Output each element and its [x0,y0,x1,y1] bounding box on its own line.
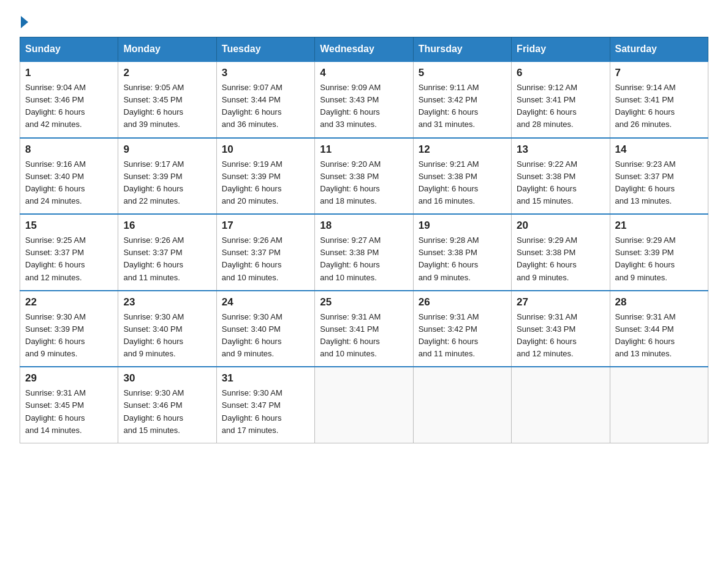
day-number: 1 [25,67,113,79]
calendar-cell: 31 Sunrise: 9:30 AMSunset: 3:47 PMDaylig… [216,367,314,443]
day-number: 14 [615,144,703,156]
day-info: Sunrise: 9:31 AMSunset: 3:41 PMDaylight:… [320,312,381,358]
day-info: Sunrise: 9:21 AMSunset: 3:38 PMDaylight:… [419,159,479,205]
calendar-cell: 30 Sunrise: 9:30 AMSunset: 3:46 PMDaylig… [118,367,216,443]
day-info: Sunrise: 9:30 AMSunset: 3:40 PMDaylight:… [222,312,282,358]
day-info: Sunrise: 9:31 AMSunset: 3:45 PMDaylight:… [25,388,86,434]
day-number: 13 [517,144,604,156]
day-number: 4 [320,67,408,79]
week-row-4: 22 Sunrise: 9:30 AMSunset: 3:39 PMDaylig… [20,291,708,367]
calendar-cell: 5 Sunrise: 9:11 AMSunset: 3:42 PMDayligh… [413,61,511,138]
day-info: Sunrise: 9:30 AMSunset: 3:40 PMDaylight:… [123,312,184,358]
header-wednesday: Wednesday [315,37,413,62]
day-number: 20 [517,220,604,232]
calendar-cell: 13 Sunrise: 9:22 AMSunset: 3:38 PMDaylig… [512,138,610,215]
calendar-cell: 21 Sunrise: 9:29 AMSunset: 3:39 PMDaylig… [610,214,708,291]
calendar-cell: 24 Sunrise: 9:30 AMSunset: 3:40 PMDaylig… [216,291,314,367]
day-number: 16 [123,220,211,232]
day-info: Sunrise: 9:12 AMSunset: 3:41 PMDaylight:… [517,83,577,129]
day-info: Sunrise: 9:22 AMSunset: 3:38 PMDaylight:… [517,159,577,205]
day-info: Sunrise: 9:29 AMSunset: 3:38 PMDaylight:… [517,236,577,282]
header-sunday: Sunday [20,37,118,62]
calendar-cell [512,367,610,443]
day-number: 18 [320,220,408,232]
day-info: Sunrise: 9:05 AMSunset: 3:45 PMDaylight:… [123,83,184,129]
day-info: Sunrise: 9:30 AMSunset: 3:47 PMDaylight:… [222,388,282,434]
day-number: 22 [25,296,113,308]
calendar-cell: 11 Sunrise: 9:20 AMSunset: 3:38 PMDaylig… [315,138,413,215]
calendar-cell: 4 Sunrise: 9:09 AMSunset: 3:43 PMDayligh… [315,61,413,138]
page-header [20,15,708,26]
day-number: 2 [123,67,211,79]
calendar-cell: 12 Sunrise: 9:21 AMSunset: 3:38 PMDaylig… [413,138,511,215]
calendar-cell: 23 Sunrise: 9:30 AMSunset: 3:40 PMDaylig… [118,291,216,367]
day-info: Sunrise: 9:07 AMSunset: 3:44 PMDaylight:… [222,83,282,129]
calendar-cell: 1 Sunrise: 9:04 AMSunset: 3:46 PMDayligh… [20,61,118,138]
day-info: Sunrise: 9:29 AMSunset: 3:39 PMDaylight:… [615,236,676,282]
day-number: 19 [419,220,506,232]
calendar-cell: 14 Sunrise: 9:23 AMSunset: 3:37 PMDaylig… [610,138,708,215]
calendar-cell: 29 Sunrise: 9:31 AMSunset: 3:45 PMDaylig… [20,367,118,443]
day-number: 17 [222,220,309,232]
calendar-cell: 15 Sunrise: 9:25 AMSunset: 3:37 PMDaylig… [20,214,118,291]
day-number: 9 [123,144,211,156]
calendar-cell: 28 Sunrise: 9:31 AMSunset: 3:44 PMDaylig… [610,291,708,367]
logo [20,15,28,26]
day-number: 8 [25,144,113,156]
day-number: 10 [222,144,309,156]
day-number: 24 [222,296,309,308]
calendar-cell: 19 Sunrise: 9:28 AMSunset: 3:38 PMDaylig… [413,214,511,291]
day-number: 11 [320,144,408,156]
day-info: Sunrise: 9:14 AMSunset: 3:41 PMDaylight:… [615,83,676,129]
day-number: 12 [419,144,506,156]
day-number: 27 [517,296,604,308]
day-number: 26 [419,296,506,308]
week-row-3: 15 Sunrise: 9:25 AMSunset: 3:37 PMDaylig… [20,214,708,291]
day-info: Sunrise: 9:31 AMSunset: 3:44 PMDaylight:… [615,312,676,358]
day-number: 15 [25,220,113,232]
day-info: Sunrise: 9:28 AMSunset: 3:38 PMDaylight:… [419,236,479,282]
calendar-cell [315,367,413,443]
day-number: 30 [123,372,211,385]
header-tuesday: Tuesday [216,37,314,62]
calendar-cell [413,367,511,443]
calendar-header-row: SundayMondayTuesdayWednesdayThursdayFrid… [20,37,708,62]
day-info: Sunrise: 9:25 AMSunset: 3:37 PMDaylight:… [25,236,86,282]
day-info: Sunrise: 9:23 AMSunset: 3:37 PMDaylight:… [615,159,676,205]
day-info: Sunrise: 9:30 AMSunset: 3:46 PMDaylight:… [123,388,184,434]
day-number: 23 [123,296,211,308]
header-saturday: Saturday [610,37,708,62]
calendar-cell: 7 Sunrise: 9:14 AMSunset: 3:41 PMDayligh… [610,61,708,138]
calendar-cell: 16 Sunrise: 9:26 AMSunset: 3:37 PMDaylig… [118,214,216,291]
calendar-cell: 18 Sunrise: 9:27 AMSunset: 3:38 PMDaylig… [315,214,413,291]
calendar-cell: 10 Sunrise: 9:19 AMSunset: 3:39 PMDaylig… [216,138,314,215]
day-number: 25 [320,296,408,308]
calendar-cell: 20 Sunrise: 9:29 AMSunset: 3:38 PMDaylig… [512,214,610,291]
day-number: 21 [615,220,703,232]
day-info: Sunrise: 9:19 AMSunset: 3:39 PMDaylight:… [222,159,282,205]
header-thursday: Thursday [413,37,511,62]
calendar-cell: 27 Sunrise: 9:31 AMSunset: 3:43 PMDaylig… [512,291,610,367]
day-info: Sunrise: 9:27 AMSunset: 3:38 PMDaylight:… [320,236,381,282]
calendar-cell: 2 Sunrise: 9:05 AMSunset: 3:45 PMDayligh… [118,61,216,138]
day-info: Sunrise: 9:09 AMSunset: 3:43 PMDaylight:… [320,83,381,129]
calendar-cell: 25 Sunrise: 9:31 AMSunset: 3:41 PMDaylig… [315,291,413,367]
header-friday: Friday [512,37,610,62]
calendar-cell [610,367,708,443]
header-monday: Monday [118,37,216,62]
calendar-cell: 6 Sunrise: 9:12 AMSunset: 3:41 PMDayligh… [512,61,610,138]
calendar-cell: 17 Sunrise: 9:26 AMSunset: 3:37 PMDaylig… [216,214,314,291]
day-info: Sunrise: 9:16 AMSunset: 3:40 PMDaylight:… [25,159,86,205]
day-info: Sunrise: 9:26 AMSunset: 3:37 PMDaylight:… [123,236,184,282]
day-info: Sunrise: 9:30 AMSunset: 3:39 PMDaylight:… [25,312,86,358]
week-row-1: 1 Sunrise: 9:04 AMSunset: 3:46 PMDayligh… [20,61,708,138]
day-info: Sunrise: 9:17 AMSunset: 3:39 PMDaylight:… [123,159,184,205]
day-number: 29 [25,372,113,385]
day-info: Sunrise: 9:04 AMSunset: 3:46 PMDaylight:… [25,83,86,129]
day-number: 3 [222,67,309,79]
day-info: Sunrise: 9:20 AMSunset: 3:38 PMDaylight:… [320,159,381,205]
day-number: 6 [517,67,604,79]
calendar-cell: 3 Sunrise: 9:07 AMSunset: 3:44 PMDayligh… [216,61,314,138]
week-row-5: 29 Sunrise: 9:31 AMSunset: 3:45 PMDaylig… [20,367,708,443]
logo-triangle-icon [21,16,28,28]
